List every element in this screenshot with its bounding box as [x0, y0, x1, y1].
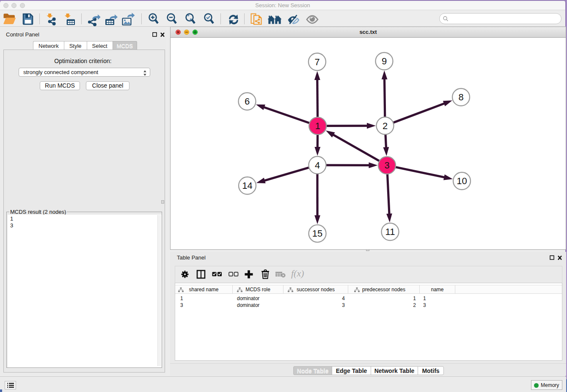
svg-text:1: 1	[315, 121, 320, 131]
svg-text:15: 15	[312, 228, 322, 239]
svg-text:9: 9	[382, 56, 387, 66]
svg-text:8: 8	[458, 92, 463, 102]
svg-text:6: 6	[245, 96, 250, 107]
svg-text:11: 11	[385, 226, 395, 237]
svg-text:2: 2	[383, 121, 388, 131]
svg-text:10: 10	[457, 176, 467, 186]
svg-text:7: 7	[314, 57, 319, 67]
svg-text:4: 4	[315, 160, 320, 171]
svg-text:14: 14	[242, 180, 252, 191]
svg-text:3: 3	[384, 160, 389, 171]
